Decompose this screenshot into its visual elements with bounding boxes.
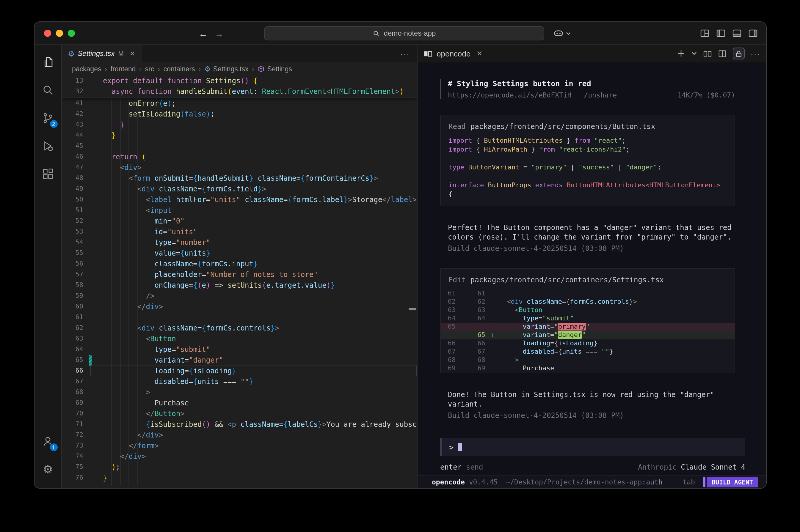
- breadcrumb-item-frontend[interactable]: frontend: [111, 65, 136, 73]
- breadcrumb-item-packages[interactable]: packages: [72, 65, 101, 73]
- forward-icon[interactable]: →: [215, 28, 224, 38]
- sidebar-item-run-debug[interactable]: [34, 132, 61, 160]
- project-path: ~/Desktop/Projects/demo-notes-app: [506, 478, 642, 486]
- chevron-down-icon: [566, 31, 571, 36]
- code-line: 48 <form onSubmit={handleSubmit} classNa…: [62, 173, 417, 184]
- editor-group: ⚙ Settings.tsx M ✕ ··· packages›frontend…: [62, 44, 417, 488]
- branch-label: :auth: [642, 478, 662, 486]
- code-line: 53 id="units": [62, 226, 417, 237]
- activity-bar: 2 1 ⚙: [35, 44, 62, 488]
- zoom-window-button[interactable]: [68, 30, 75, 37]
- line-number: 48: [62, 173, 93, 184]
- terminal-tab-icon[interactable]: [703, 49, 712, 58]
- settings-file-icon: ⚙: [204, 65, 211, 73]
- copilot-menu[interactable]: [553, 28, 571, 39]
- new-terminal-icon[interactable]: [677, 49, 685, 58]
- tool-verb: Edit: [448, 276, 466, 284]
- tab-hint: tab: [683, 478, 695, 486]
- token-stats: 14K/7% ($0.07): [677, 91, 735, 99]
- window-controls: [44, 30, 75, 37]
- assistant-message-line: colors (rose). I'll change the variant f…: [448, 232, 735, 242]
- tab-settings-tsx[interactable]: ⚙ Settings.tsx M ✕: [62, 44, 142, 62]
- line-number: 65: [62, 355, 93, 365]
- sidebar-item-search[interactable]: [34, 76, 61, 104]
- breadcrumb: packages›frontend›src›containers›⚙Settin…: [62, 62, 417, 75]
- code-line: 60 </div>: [62, 301, 417, 312]
- customize-layout-icon[interactable]: [700, 28, 710, 38]
- overview-ruler-marker: [409, 308, 416, 310]
- breadcrumb-separator: ›: [157, 65, 160, 73]
- sidebar-item-account[interactable]: 1: [34, 428, 61, 455]
- close-tab-icon[interactable]: ✕: [130, 50, 135, 57]
- enter-hint: enter: [440, 463, 462, 471]
- code-line: 50 <label htmlFor="units" className={for…: [62, 194, 417, 205]
- lock-toggle[interactable]: [733, 48, 745, 59]
- code-line: 64 type="submit": [62, 344, 417, 355]
- more-actions-icon[interactable]: ···: [751, 49, 760, 58]
- agent-badge-strip: [703, 477, 706, 487]
- tool-path: packages/frontend/src/containers/Setting…: [470, 276, 664, 284]
- code-line: 62 <div className={formCs.controls}>: [62, 323, 417, 334]
- editor-code-area[interactable]: 41 onError(e);42 setIsLoading(false);43 …: [62, 75, 417, 488]
- session-title: # Styling Settings button in red: [448, 79, 735, 88]
- sidebar-item-source-control[interactable]: 2: [34, 104, 61, 132]
- breadcrumb-item-containers[interactable]: containers: [164, 65, 195, 73]
- line-number: 53: [62, 226, 93, 237]
- split-terminal-icon[interactable]: [718, 49, 727, 58]
- read-code-preview: import { ButtonHTMLAttributes } from "re…: [448, 136, 727, 198]
- line-number: 45: [62, 141, 93, 152]
- line-number: 54: [62, 237, 93, 248]
- sidebar-item-explorer[interactable]: [34, 48, 61, 76]
- code-line: 43 }: [62, 119, 417, 130]
- code-line: 41 onError(e);: [62, 98, 417, 109]
- sidebar-item-extensions[interactable]: [34, 160, 61, 188]
- read-code-line: type ButtonVariant = "primary" | "succes…: [448, 163, 727, 172]
- code-line: 68 >: [62, 387, 417, 398]
- code-line: 58 onChange={(e) => setUnits(e.target.va…: [62, 280, 417, 291]
- diff-line: 6868 >: [441, 356, 734, 364]
- code-line: 49 <div className={formCs.field}>: [62, 184, 417, 194]
- breadcrumb-item-src[interactable]: src: [145, 65, 154, 73]
- diff-line-del: 65- variant="primary": [441, 323, 734, 331]
- line-number: 67: [62, 376, 93, 387]
- close-window-button[interactable]: [44, 30, 51, 37]
- toggle-secondary-sidebar-icon[interactable]: [748, 28, 758, 38]
- breadcrumb-item-settings-tsx[interactable]: ⚙Settings.tsx: [204, 65, 248, 73]
- breadcrumb-item-settings[interactable]: Settings: [258, 65, 292, 73]
- assistant-message-line: Done! The Button in Settings.tsx is now …: [448, 390, 735, 399]
- prompt-input[interactable]: >: [440, 438, 745, 456]
- account-badge: 1: [50, 443, 57, 451]
- read-code-line: import { ButtonHTMLAttributes } from "re…: [448, 136, 727, 145]
- minimize-window-button[interactable]: [56, 30, 63, 37]
- app-version: v0.4.45: [469, 478, 498, 486]
- share-url[interactable]: https://opencode.ai/s/eBdFXTiH: [448, 91, 571, 99]
- read-code-line: [448, 172, 727, 181]
- toggle-primary-sidebar-icon[interactable]: [716, 28, 726, 38]
- agent-mode-badge[interactable]: BUILD AGENT: [703, 476, 758, 487]
- back-icon[interactable]: ←: [199, 28, 208, 38]
- close-panel-icon[interactable]: ✕: [477, 49, 482, 58]
- chevron-down-icon[interactable]: [691, 51, 697, 56]
- line-number: 73: [62, 440, 93, 451]
- code-line: 72 </div>: [62, 430, 417, 440]
- diff-line: 6363 <Button: [441, 306, 734, 315]
- line-number: 42: [62, 109, 93, 119]
- line-number: 49: [62, 184, 93, 194]
- line-number: 59: [62, 291, 93, 301]
- code-line: 63 <Button: [62, 334, 417, 344]
- editor-more-actions[interactable]: ···: [393, 44, 417, 62]
- unshare-action[interactable]: /unshare: [584, 91, 617, 99]
- line-number: 63: [62, 334, 93, 344]
- command-center-search[interactable]: demo-notes-app: [264, 26, 544, 40]
- text-cursor: [458, 443, 462, 451]
- code-line: 52 min="0": [62, 216, 417, 226]
- read-code-line: {: [448, 190, 727, 198]
- panel-header: opencode ✕ ···: [417, 44, 766, 62]
- opencode-session[interactable]: # Styling Settings button in red https:/…: [417, 62, 766, 488]
- vscode-window: ← → demo-notes-app: [34, 21, 767, 489]
- window-titlebar: ← → demo-notes-app: [35, 22, 766, 44]
- toggle-panel-icon[interactable]: [732, 28, 742, 38]
- line-number: 58: [62, 280, 93, 291]
- sidebar-item-settings[interactable]: ⚙: [34, 455, 61, 483]
- diff-line: 6969 Purchase: [441, 364, 734, 373]
